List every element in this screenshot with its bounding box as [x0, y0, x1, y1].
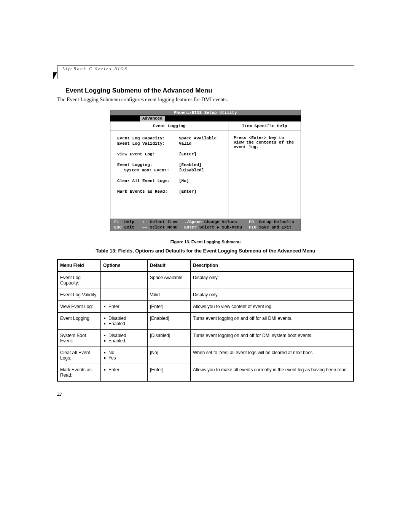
- header-rule: [57, 66, 354, 66]
- header-notch-icon: [53, 72, 57, 79]
- bios-setting-row[interactable]: Event Log Validity:Valid: [117, 141, 221, 146]
- cell-menu-field: Event Log Capacity:: [57, 272, 101, 289]
- th-default: Default: [148, 259, 191, 272]
- table-row: System Boot Event:DisabledEnabled[Disabl…: [57, 330, 354, 347]
- bios-menubar: Advanced: [110, 116, 301, 121]
- bios-title: PhoenixBIOS Setup Utility: [110, 110, 301, 116]
- section-heading: Event Logging Submenu of the Advanced Me…: [65, 87, 354, 94]
- bios-setting-value: [Enter]: [179, 152, 221, 157]
- th-options: Options: [101, 259, 148, 272]
- table-row: Event Logging:DisabledEnabled[Enabled]Tu…: [57, 313, 354, 330]
- cell-default: [No]: [148, 347, 191, 364]
- cell-description: Allows you to make all events currently …: [191, 364, 354, 382]
- th-menu-field: Menu Field: [57, 259, 101, 272]
- bios-footer: F1 Help ↑↓ Select Item -/Space Change Va…: [110, 219, 301, 231]
- bios-setting-row[interactable]: Mark Events as Read:[Enter]: [117, 189, 221, 194]
- bios-setting-value: [Enabled]: [179, 162, 221, 168]
- bios-setting-value: [No]: [179, 178, 221, 184]
- bios-left-header: Event Logging: [110, 121, 228, 131]
- cell-default: [Enabled]: [148, 313, 191, 330]
- bios-right-header: Item Specific Help: [228, 121, 301, 131]
- bios-setting-label: Clear All Event Logs:: [117, 178, 179, 184]
- fields-table: Menu Field Options Default Description E…: [57, 259, 354, 382]
- bios-setting-value: [Disabled]: [179, 168, 221, 173]
- table-row: Event Log Capacity:Space AvailableDispla…: [57, 272, 354, 289]
- cell-default: [Enter]: [148, 301, 191, 313]
- bios-setting-value: Space Available: [179, 136, 221, 141]
- cell-menu-field: System Boot Event:: [57, 330, 101, 347]
- bios-setting-label: Mark Events as Read:: [117, 189, 179, 194]
- bios-help-text: Press <Enter> key to view the contents o…: [228, 131, 301, 219]
- table-row: Mark Events as Read:Enter[Enter]Allows y…: [57, 364, 354, 382]
- cell-options: [101, 272, 148, 289]
- bios-setting-row[interactable]: View Event Log:[Enter]: [117, 152, 221, 157]
- cell-description: Turns event logging on and off for all D…: [191, 313, 354, 330]
- cell-default: Valid: [148, 289, 191, 301]
- cell-description: Allows you to view content of event log: [191, 301, 354, 313]
- table-row: Event Log Validity:ValidDisplay only: [57, 289, 354, 301]
- running-head: LifeBook C Series BIOS: [62, 66, 128, 71]
- bios-setting-row[interactable]: System Boot Event:[Disabled]: [117, 168, 221, 173]
- header-rule-vert: [57, 66, 57, 79]
- bios-panel: PhoenixBIOS Setup Utility Advanced Event…: [110, 110, 301, 231]
- cell-description: Display only: [191, 272, 354, 289]
- cell-menu-field: Event Logging:: [57, 313, 101, 330]
- bios-tab-advanced[interactable]: Advanced: [140, 116, 165, 121]
- cell-options: Enter: [101, 301, 148, 313]
- bios-setting-row[interactable]: Event Log Capacity:Space Available: [117, 136, 221, 141]
- table-row: View Event Log:Enter[Enter]Allows you to…: [57, 301, 354, 313]
- figure-caption: Figure 13. Event Logging Submenu: [57, 240, 354, 244]
- bios-setting-label: Event Log Validity:: [117, 141, 179, 146]
- cell-description: When set to [Yes] all event logs will be…: [191, 347, 354, 364]
- cell-options: DisabledEnabled: [101, 313, 148, 330]
- cell-options: DisabledEnabled: [101, 330, 148, 347]
- cell-description: Display only: [191, 289, 354, 301]
- cell-options: NoYes: [101, 347, 148, 364]
- bios-setting-row[interactable]: Event Logging:[Enabled]: [117, 162, 221, 168]
- bios-setting-value: [Enter]: [179, 189, 221, 194]
- cell-description: Turns event logging on and off for DMI s…: [191, 330, 354, 347]
- table-title: Table 13: Fields, Options and Defaults f…: [57, 248, 354, 254]
- cell-menu-field: Mark Events as Read:: [57, 364, 101, 382]
- bios-setting-label: View Event Log:: [117, 152, 179, 157]
- bios-setting-label: Event Logging:: [117, 162, 179, 168]
- bios-setting-value: Valid: [179, 141, 221, 146]
- cell-options: Enter: [101, 364, 148, 382]
- cell-menu-field: Clear All Event Logs:: [57, 347, 101, 364]
- bios-setting-label: System Boot Event:: [117, 168, 179, 173]
- table-row: Clear All Event Logs:NoYes[No]When set t…: [57, 347, 354, 364]
- cell-options: [101, 289, 148, 301]
- intro-text: The Event Logging Submenu configures eve…: [57, 97, 354, 103]
- cell-default: [Disabled]: [148, 330, 191, 347]
- page-number: 22: [57, 391, 354, 397]
- th-description: Description: [191, 259, 354, 272]
- bios-setting-row[interactable]: Clear All Event Logs:[No]: [117, 178, 221, 184]
- cell-menu-field: View Event Log:: [57, 301, 101, 313]
- cell-default: [Enter]: [148, 364, 191, 382]
- bios-setting-label: Event Log Capacity:: [117, 136, 179, 141]
- cell-menu-field: Event Log Validity:: [57, 289, 101, 301]
- cell-default: Space Available: [148, 272, 191, 289]
